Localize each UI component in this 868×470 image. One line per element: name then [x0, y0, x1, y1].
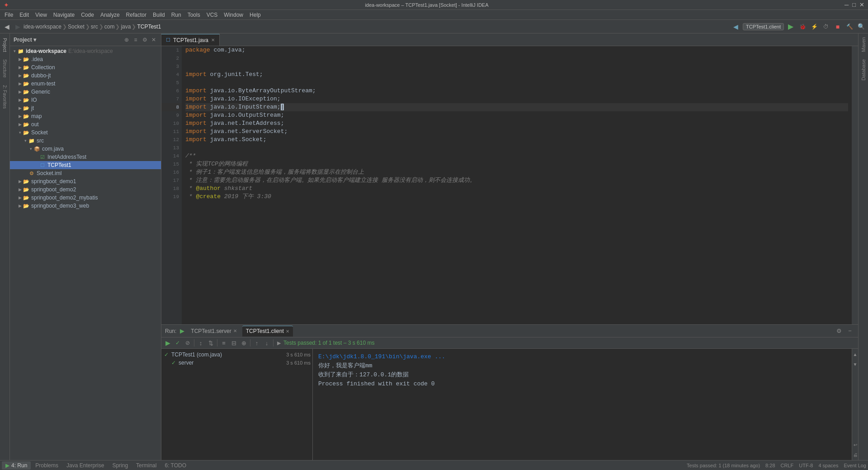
- tree-item-enum[interactable]: ▶ 📂 enum-test: [10, 80, 161, 88]
- tree-arrow-io[interactable]: ▶: [17, 98, 23, 102]
- tree-item-springboot2[interactable]: ▶ 📂 springboot_demo2: [10, 185, 161, 194]
- tree-item-generic[interactable]: ▶ 📂 Generic: [10, 88, 161, 96]
- menu-item-code[interactable]: Code: [78, 11, 97, 19]
- tree-item-springboot3[interactable]: ▶ 📂 springboot_demo3_web: [10, 202, 161, 210]
- tree-item-collection[interactable]: ▶ 📂 Collection: [10, 63, 161, 71]
- tree-arrow-out[interactable]: ▶: [17, 122, 23, 127]
- structure-tab[interactable]: Structure: [1, 57, 8, 81]
- menu-item-window[interactable]: Window: [221, 11, 246, 19]
- minimize-button[interactable]: ─: [844, 1, 849, 8]
- menu-item-edit[interactable]: Edit: [17, 11, 32, 19]
- code-editor[interactable]: package com.java; import org.junit.Test;…: [182, 46, 852, 324]
- nav-forward-button[interactable]: ▶: [13, 22, 23, 32]
- tree-item-map[interactable]: ▶ 📂 map: [10, 112, 161, 120]
- tree-arrow-socket[interactable]: ▾: [17, 130, 23, 135]
- tree-item-socket[interactable]: ▾ 📂 Socket: [10, 128, 161, 137]
- tree-item-inetaddress[interactable]: ☑ InetAddressTest: [10, 153, 161, 161]
- tree-arrow-root[interactable]: ▾: [12, 49, 17, 53]
- close-panel-icon[interactable]: ✕: [150, 36, 157, 43]
- tab-close-button[interactable]: ✕: [211, 38, 215, 43]
- collapse-all-icon[interactable]: ≡: [132, 36, 139, 43]
- tree-arrow-map[interactable]: ▶: [17, 114, 23, 119]
- tree-item-springboot2m[interactable]: ▶ 📂 springboot_demo2_mybatis: [10, 194, 161, 202]
- footer-tab-problems[interactable]: Problems: [32, 461, 62, 470]
- output-wrap-button[interactable]: ↩: [851, 440, 859, 449]
- collapse-tree-button[interactable]: ⊟: [229, 338, 238, 347]
- tree-arrow-comjava[interactable]: ▾: [28, 147, 33, 151]
- footer-tab-run[interactable]: ▶ 4: Run: [2, 461, 31, 470]
- menu-item-build[interactable]: Build: [150, 11, 168, 19]
- menu-item-run[interactable]: Run: [169, 11, 184, 19]
- scroll-up-button[interactable]: ▲: [851, 350, 859, 359]
- run-tree-item-tcptest1[interactable]: ✓ TCPTest1 (com.java) 3 s 610 ms: [161, 351, 312, 359]
- rerun-button[interactable]: ▶: [163, 338, 172, 347]
- footer-tab-java-enterprise[interactable]: Java Enterprise: [63, 461, 108, 470]
- stop-run-button[interactable]: ⊘: [183, 338, 192, 347]
- tab-client-close[interactable]: ✕: [286, 329, 289, 334]
- tree-item-root[interactable]: ▾ 📁 idea-workspace E:\idea-workspace: [10, 47, 161, 55]
- output-jdk-path[interactable]: E:\jdk\jdk1.8.0_191\bin\java.exe ...: [318, 353, 445, 360]
- tree-arrow-sb2[interactable]: ▶: [17, 187, 23, 192]
- status-crlf[interactable]: CRLF: [781, 463, 794, 468]
- tree-item-idea[interactable]: ▶ 📂 .idea: [10, 55, 161, 63]
- status-position[interactable]: 8:28: [765, 463, 775, 468]
- menu-item-view[interactable]: View: [33, 11, 50, 19]
- status-event-log[interactable]: Event Log: [844, 463, 866, 468]
- footer-tab-spring[interactable]: Spring: [108, 461, 132, 470]
- breadcrumb-tcptest1[interactable]: TCPTest1: [137, 24, 161, 30]
- run-config-arrow-left[interactable]: ◀: [731, 22, 741, 32]
- close-button[interactable]: ✕: [859, 1, 864, 8]
- breadcrumb-java[interactable]: java: [121, 24, 131, 30]
- tree-arrow-idea[interactable]: ▶: [17, 57, 23, 62]
- run-button[interactable]: ▶: [786, 22, 796, 32]
- panel-settings-icon[interactable]: ⚙: [835, 327, 844, 336]
- stop-button[interactable]: ■: [833, 22, 843, 32]
- maven-tab[interactable]: Maven: [860, 33, 867, 56]
- footer-tab-terminal[interactable]: Terminal: [132, 461, 160, 470]
- sort-icon[interactable]: ⇅: [206, 338, 215, 347]
- tree-arrow-jt[interactable]: ▶: [17, 106, 23, 110]
- tree-arrow-sb1[interactable]: ▶: [17, 179, 23, 184]
- menu-item-help[interactable]: Help: [247, 11, 264, 19]
- tree-item-socketiml[interactable]: ⚙ Socket.iml: [10, 169, 161, 177]
- tree-item-out[interactable]: ▶ 📂 out: [10, 120, 161, 128]
- menu-item-file[interactable]: File: [2, 11, 16, 19]
- project-tab[interactable]: Project: [1, 35, 8, 55]
- footer-tab-todo[interactable]: 6: TODO: [161, 461, 190, 470]
- tree-item-springboot1[interactable]: ▶ 📂 springboot_demo1: [10, 177, 161, 185]
- tree-arrow-collection[interactable]: ▶: [17, 65, 23, 70]
- database-tab[interactable]: Database: [860, 56, 867, 84]
- prev-fail-button[interactable]: ↑: [252, 338, 261, 347]
- tree-item-comjava[interactable]: ▾ 📦 com.java: [10, 145, 161, 153]
- tree-item-tcptest1[interactable]: ☐ TCPTest1: [10, 161, 161, 169]
- tree-item-dubbo[interactable]: ▶ 📂 dubbo-jt: [10, 71, 161, 80]
- tree-item-jt[interactable]: ▶ 📂 jt: [10, 104, 161, 112]
- expand-all-button[interactable]: ≡: [219, 338, 228, 347]
- run-tree-item-server[interactable]: ✓ server 3 s 610 ms: [161, 359, 312, 367]
- menu-item-vcs[interactable]: VCS: [204, 11, 221, 19]
- next-fail-button[interactable]: ↓: [262, 338, 271, 347]
- bottom-tab-server[interactable]: TCPTest1.server ✕: [187, 326, 240, 337]
- search-everywhere-button[interactable]: 🔍: [856, 22, 866, 32]
- breadcrumb-src[interactable]: src: [91, 24, 98, 30]
- breadcrumb-com[interactable]: com: [104, 24, 115, 30]
- run-config-selector[interactable]: TCPTest1.client: [743, 23, 784, 30]
- tree-arrow-generic[interactable]: ▶: [17, 90, 23, 94]
- sort-az-button[interactable]: ↕: [196, 338, 205, 347]
- bottom-tab-client[interactable]: TCPTest1.client ✕: [242, 326, 293, 337]
- tree-arrow-enum[interactable]: ▶: [17, 81, 23, 86]
- status-indent[interactable]: 4 spaces: [818, 463, 838, 468]
- build-button[interactable]: 🔨: [844, 22, 854, 32]
- maximize-button[interactable]: □: [852, 1, 856, 8]
- nav-back-button[interactable]: ◀: [2, 22, 12, 32]
- tab-server-close[interactable]: ✕: [233, 328, 237, 333]
- menu-item-navigate[interactable]: Navigate: [51, 11, 77, 19]
- run-with-coverage-button[interactable]: ⚡: [809, 22, 819, 32]
- menu-item-tools[interactable]: Tools: [185, 11, 203, 19]
- tree-item-src[interactable]: ▾ 📁 src: [10, 137, 161, 145]
- scroll-down-button[interactable]: ▼: [851, 360, 859, 369]
- tree-item-io[interactable]: ▶ 📂 IO: [10, 96, 161, 104]
- panel-close-icon[interactable]: −: [845, 327, 854, 336]
- menu-item-refactor[interactable]: Refactor: [123, 11, 149, 19]
- editor-tab-tcptest1[interactable]: ☐ TCPTest1.java ✕: [161, 34, 220, 46]
